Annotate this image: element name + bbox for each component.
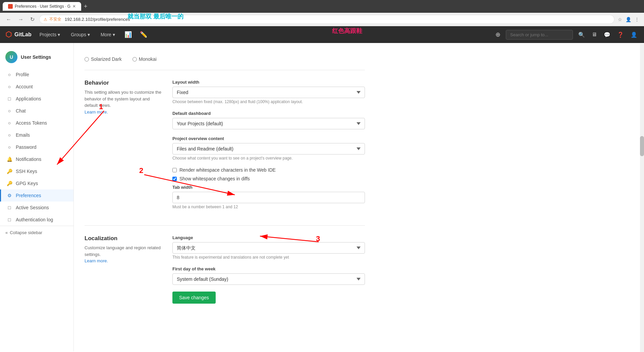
main-layout: U User Settings ○ Profile ○ Account □ Ap… — [0, 43, 644, 351]
sidebar-item-gpg-keys[interactable]: 🔑 GPG Keys — [0, 177, 73, 189]
language-hint: This feature is experimental and transla… — [172, 255, 365, 260]
layout-width-hint: Choose between fixed (max. 1280px) and f… — [172, 99, 365, 104]
show-whitespace-label: Show whitespace changes in diffs — [179, 176, 250, 181]
sidebar-item-account[interactable]: ○ Account — [0, 81, 73, 93]
navbar-search-input[interactable] — [506, 30, 573, 40]
navbar-search-icon[interactable]: 🔍 — [577, 30, 586, 39]
preferences-icon: ⚙ — [6, 193, 12, 198]
menu-button[interactable]: ⋮ — [634, 16, 640, 23]
sidebar-item-password[interactable]: ○ Password — [0, 141, 73, 153]
reload-button[interactable]: ↻ — [28, 15, 37, 23]
active-sessions-icon: □ — [6, 205, 12, 210]
sidebar-item-label: Chat — [16, 108, 26, 114]
access-tokens-icon: ○ — [6, 120, 12, 126]
project-overview-field: Project overview content Files and Readm… — [172, 136, 365, 161]
sidebar-title: User Settings — [21, 54, 51, 60]
language-select[interactable]: 简体中文 English — [172, 242, 365, 254]
navbar-more[interactable]: More ▾ — [98, 32, 118, 37]
gitlab-navbar: ⬡ GitLab Projects ▾ Groups ▾ More ▾ 📊 ✏️… — [0, 26, 644, 43]
behavior-section-desc: This setting allows you to customize the… — [85, 89, 162, 115]
sidebar-item-label: Password — [16, 144, 36, 150]
sidebar-nav: ○ Profile ○ Account □ Applications ○ Cha… — [0, 69, 73, 226]
tab-width-input[interactable] — [172, 192, 365, 203]
localization-section-title: Localization — [85, 235, 162, 242]
navbar-plus-icon[interactable]: ⊕ — [494, 30, 502, 40]
collapse-sidebar-label: Collapse sidebar — [10, 230, 42, 235]
sidebar-item-access-tokens[interactable]: ○ Access Tokens — [0, 117, 73, 129]
layout-width-select[interactable]: Fixed Fluid — [172, 87, 365, 98]
tab-width-label: Tab width — [172, 185, 365, 190]
localization-section: Localization Customize language and regi… — [85, 226, 365, 313]
sidebar-item-notifications[interactable]: 🔔 Notifications — [0, 153, 73, 165]
project-overview-select[interactable]: Files and Readme (default) Readme Activi… — [172, 143, 365, 155]
sidebar-item-applications[interactable]: □ Applications — [0, 93, 73, 105]
address-bar[interactable]: ⚠ 不安全 192.168.2.102/profile/preferences — [39, 15, 614, 24]
behavior-section-right: Layout width Fixed Fluid Choose between … — [172, 80, 365, 216]
sidebar-item-authentication-log[interactable]: □ Authentication log — [0, 214, 73, 226]
applications-icon: □ — [6, 96, 12, 101]
localization-section-right: Language 简体中文 English This feature is ex… — [172, 235, 365, 304]
sidebar-item-emails[interactable]: ○ Emails — [0, 129, 73, 141]
password-icon: ○ — [6, 144, 12, 150]
monokai-option[interactable]: Monokai — [132, 56, 157, 62]
tab-width-field: Tab width Must be a number between 1 and… — [172, 185, 365, 209]
navbar-help-icon[interactable]: ❓ — [616, 30, 625, 39]
back-button[interactable]: ← — [4, 16, 13, 23]
navbar-projects[interactable]: Projects ▾ — [37, 32, 63, 37]
first-day-label: First day of the week — [172, 266, 365, 271]
behavior-section: Behavior This setting allows you to cust… — [85, 70, 365, 226]
browser-tab[interactable]: Preferences · User Settings · G ✕ — [3, 2, 81, 11]
render-whitespace-label: Render whitespace characters in the Web … — [179, 167, 276, 173]
authentication-log-icon: □ — [6, 217, 12, 222]
sidebar-item-preferences[interactable]: ⚙ Preferences — [0, 189, 73, 202]
browser-chrome: Preferences · User Settings · G ✕ + — [0, 0, 644, 13]
scrollbar-thumb[interactable] — [640, 136, 644, 156]
sidebar-item-profile[interactable]: ○ Profile — [0, 69, 73, 81]
monokai-radio[interactable] — [132, 57, 137, 61]
layout-width-label: Layout width — [172, 80, 365, 85]
navbar-edit-icon[interactable]: ✏️ — [139, 30, 149, 40]
save-changes-button[interactable]: Save changes — [172, 292, 216, 304]
close-tab-button[interactable]: ✕ — [72, 4, 76, 9]
forward-button[interactable]: → — [16, 16, 25, 23]
sidebar-item-label: GPG Keys — [16, 181, 38, 186]
sidebar-item-active-sessions[interactable]: □ Active Sessions — [0, 202, 73, 214]
sidebar-item-ssh-keys[interactable]: 🔑 SSH Keys — [0, 165, 73, 177]
scrollbar-track — [640, 44, 644, 352]
navbar-groups[interactable]: Groups ▾ — [68, 32, 93, 37]
tab-width-hint: Must be a number between 1 and 12 — [172, 205, 365, 209]
new-tab-button[interactable]: + — [84, 3, 88, 10]
sidebar-avatar: U — [5, 51, 17, 63]
navbar-chart-icon[interactable]: 📊 — [123, 30, 133, 40]
navbar-screen-icon[interactable]: 🖥 — [590, 30, 598, 39]
navbar-comment-icon[interactable]: 💬 — [602, 30, 612, 39]
gitlab-logo[interactable]: ⬡ GitLab — [5, 30, 32, 39]
project-overview-hint: Choose what content you want to see on a… — [172, 156, 365, 161]
behavior-learn-more[interactable]: Learn more. — [85, 109, 108, 115]
account-button[interactable]: 👤 — [625, 16, 632, 23]
bookmark-button[interactable]: ☆ — [617, 16, 623, 23]
project-overview-label: Project overview content — [172, 136, 365, 141]
default-dashboard-select[interactable]: Your Projects (default) Starred Projects… — [172, 118, 365, 129]
collapse-sidebar-button[interactable]: « Collapse sidebar — [0, 226, 73, 239]
navbar-user-icon[interactable]: 👤 — [629, 30, 639, 39]
sidebar-item-label: Preferences — [16, 193, 41, 198]
sidebar-item-chat[interactable]: ○ Chat — [0, 105, 73, 117]
solarized-dark-label: Solarized Dark — [91, 56, 122, 62]
lock-icon: ⚠ — [44, 17, 47, 22]
chevron-left-icon: « — [5, 230, 8, 235]
browser-actions: ☆ 👤 ⋮ — [617, 16, 640, 23]
sidebar: U User Settings ○ Profile ○ Account □ Ap… — [0, 43, 74, 351]
show-whitespace-checkbox[interactable] — [172, 177, 177, 181]
render-whitespace-checkbox[interactable] — [172, 168, 177, 172]
sidebar-item-label: Active Sessions — [16, 205, 49, 210]
language-label: Language — [172, 235, 365, 240]
solarized-dark-radio[interactable] — [85, 57, 89, 61]
localization-desc-text: Customize language and region related se… — [85, 245, 161, 257]
first-day-select[interactable]: System default (Sunday) Monday Saturday — [172, 273, 365, 285]
profile-icon: ○ — [6, 72, 12, 77]
localization-learn-more[interactable]: Learn more. — [85, 258, 108, 263]
behavior-section-left: Behavior This setting allows you to cust… — [85, 80, 162, 216]
sidebar-item-label: Notifications — [16, 157, 41, 162]
solarized-dark-option[interactable]: Solarized Dark — [85, 56, 122, 62]
